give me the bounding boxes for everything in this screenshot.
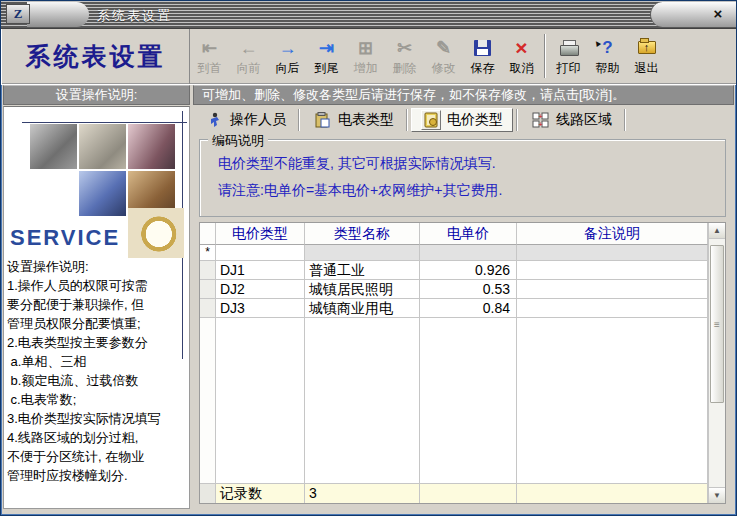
print-label: 打印 <box>557 60 581 77</box>
table-row[interactable]: DJ3 城镇商业用电 0.84 <box>200 299 708 318</box>
window-title: 系统表设置 <box>97 7 172 25</box>
col-header-note: 备注说明 <box>517 223 708 245</box>
cell-note[interactable] <box>517 261 708 280</box>
new-record-cell[interactable] <box>216 245 305 261</box>
tab-price-types[interactable]: 电价类型 <box>411 108 513 132</box>
summary-empty-cell <box>517 483 708 503</box>
summary-gutter <box>200 483 216 503</box>
tab-separator <box>516 109 518 131</box>
new-record-cell[interactable] <box>305 245 420 261</box>
cell-price-type[interactable]: DJ2 <box>216 280 305 299</box>
empty-col <box>420 318 517 483</box>
cell-type-name[interactable]: 城镇商业用电 <box>305 299 420 318</box>
exit-folder-icon: ↑ <box>638 41 656 54</box>
pencil-icon: ✎ <box>436 36 451 60</box>
page-title: 系统表设置 <box>1 29 190 84</box>
go-last-label: 到尾 <box>315 60 339 77</box>
save-button[interactable]: 保存 <box>463 31 502 81</box>
go-first-button[interactable]: ⇤ 到首 <box>190 31 229 81</box>
new-record-cell[interactable] <box>420 245 517 261</box>
empty-col <box>305 318 420 483</box>
notice-line-2: 请注意:电单价=基本电价+农网维护+其它费用. <box>218 177 725 204</box>
encoding-notes-groupbox: 编码说明 电价类型不能重复, 其它可根据实际情况填写. 请注意:电单价=基本电价… <box>199 139 726 217</box>
new-record-marker: * <box>200 245 216 261</box>
tab-price-types-label: 电价类型 <box>447 111 503 129</box>
record-count-label: 记录数 <box>216 483 305 503</box>
close-icon[interactable]: × <box>709 5 727 23</box>
scrollbar-track[interactable]: ≡ <box>709 239 725 487</box>
add-button[interactable]: ⊞ 增加 <box>346 31 385 81</box>
cell-note[interactable] <box>517 280 708 299</box>
cell-note[interactable] <box>517 299 708 318</box>
empty-col <box>517 318 708 483</box>
grid-body: 电价类型 类型名称 电单价 备注说明 * DJ1 <box>200 223 708 503</box>
tab-separator <box>624 109 626 131</box>
row-selector[interactable] <box>200 261 216 280</box>
red-x-icon: × <box>515 36 527 60</box>
tab-operators[interactable]: 操作人员 <box>195 108 295 132</box>
modify-label: 修改 <box>432 60 456 77</box>
scissors-icon: ✂ <box>397 36 412 60</box>
go-first-label: 到首 <box>198 60 222 77</box>
cell-type-name[interactable]: 城镇居民照明 <box>305 280 420 299</box>
cell-price-type[interactable]: DJ1 <box>216 261 305 280</box>
help-button[interactable]: ? 帮助 <box>588 31 627 81</box>
tab-operators-label: 操作人员 <box>230 111 286 129</box>
delete-label: 删除 <box>393 60 417 77</box>
svg-text:+: + <box>538 120 542 127</box>
exit-button[interactable]: ↑ 退出 <box>627 31 666 81</box>
go-last-button[interactable]: ⇥ 到尾 <box>307 31 346 81</box>
cancel-button[interactable]: × 取消 <box>502 31 541 81</box>
scroll-up-button[interactable]: ▲ <box>709 223 725 239</box>
go-prev-button[interactable]: ← 向前 <box>229 31 268 81</box>
svg-text:+: + <box>538 112 542 119</box>
print-button[interactable]: 打印 <box>549 31 588 81</box>
keyboard-photo <box>79 171 126 216</box>
empty-col <box>216 318 305 483</box>
service-text: SERVICE <box>10 225 120 251</box>
scroll-down-button[interactable]: ▼ <box>709 487 725 503</box>
cell-type-name[interactable]: 普通工业 <box>305 261 420 280</box>
record-count-value: 3 <box>305 483 420 503</box>
row-selector[interactable] <box>200 299 216 318</box>
groupbox-legend: 编码说明 <box>208 132 268 150</box>
section-headers: 设置操作说明: 可增加、删除、修改各类型后请进行保存，如不保存修改，请点击[取消… <box>1 84 736 105</box>
col-header-unit-price: 电单价 <box>420 223 517 245</box>
person-icon <box>204 110 224 130</box>
tab-line-regions[interactable]: ++ 线路区域 <box>521 108 621 132</box>
tab-separator <box>406 109 408 131</box>
modify-button[interactable]: ✎ 修改 <box>424 31 463 81</box>
go-next-icon: → <box>279 36 297 60</box>
cell-unit-price[interactable]: 0.84 <box>420 299 517 318</box>
summary-row: 记录数 3 <box>200 483 708 503</box>
go-last-icon: ⇥ <box>319 36 334 60</box>
delete-button[interactable]: ✂ 删除 <box>385 31 424 81</box>
summary-empty-cell <box>420 483 517 503</box>
cell-unit-price[interactable]: 0.926 <box>420 261 517 280</box>
info-bar: 可增加、删除、修改各类型后请进行保存，如不保存修改，请点击[取消]。 <box>193 85 734 105</box>
table-row[interactable]: DJ2 城镇居民照明 0.53 <box>200 280 708 299</box>
collage-hline <box>22 122 187 123</box>
help-label: 帮助 <box>596 60 620 77</box>
cancel-label: 取消 <box>510 60 534 77</box>
titlebar: Z 系统表设置 × <box>1 1 736 29</box>
go-next-button[interactable]: → 向后 <box>268 31 307 81</box>
table-row[interactable]: DJ1 普通工业 0.926 <box>200 261 708 280</box>
new-record-row[interactable]: * <box>200 245 708 261</box>
row-selector-header <box>200 223 216 245</box>
tool-photo <box>30 124 77 169</box>
cell-unit-price[interactable]: 0.53 <box>420 280 517 299</box>
notice-line-1: 电价类型不能重复, 其它可根据实际情况填写. <box>218 150 725 177</box>
toolbar-separator <box>544 34 546 78</box>
col-header-type-name: 类型名称 <box>305 223 420 245</box>
add-record-icon: ⊞ <box>358 36 373 60</box>
new-record-cell[interactable] <box>517 245 708 261</box>
cell-price-type[interactable]: DJ3 <box>216 299 305 318</box>
price-type-grid: 电价类型 类型名称 电单价 备注说明 * DJ1 <box>199 222 726 504</box>
app-window: Z 系统表设置 × 系统表设置 ⇤ 到首 ← 向前 → 向后 ⇥ 到尾 ⊞ 增加… <box>0 0 737 516</box>
linked-pages-icon: ++ <box>530 110 550 130</box>
tab-meter-types[interactable]: 电表类型 <box>303 108 403 132</box>
scrollbar-thumb[interactable]: ≡ <box>710 245 724 403</box>
row-selector[interactable] <box>200 280 216 299</box>
main-panel: 操作人员 电表类型 电价类型 <box>191 106 734 509</box>
